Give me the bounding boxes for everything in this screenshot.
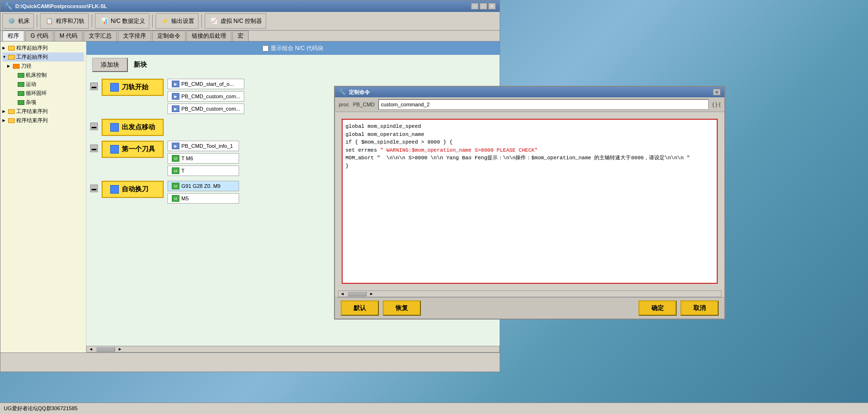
toolbar-virtual[interactable]: 📈 虚拟 N/C 控制器 [205,13,266,29]
dialog-title-bar: 🔧 定制命令 ✕ [335,87,724,97]
toolbar-sep-2 [92,14,92,28]
scroll-thumb[interactable] [96,347,115,352]
output-icon: ⚡ [160,16,169,26]
tree-arrow-program-start: ▶ [2,46,7,50]
toolbar-machine[interactable]: ⚙️ 机床 [2,13,34,29]
sidebar-item-program-start[interactable]: ▶ 程序起始序列 [2,43,84,52]
add-block-btn[interactable]: 添加块 [92,58,128,72]
sidebar-item-op-start[interactable]: ▼ 工序起始序列 [2,52,84,62]
section-toggle-auto-change[interactable]: ▬ [90,185,98,192]
code-line-1: global mom_spindle_speed [345,123,714,131]
dialog-restore-btn[interactable]: 恢复 [383,300,421,316]
dialog-confirm-btn[interactable]: 确定 [638,300,677,316]
cmd-btn-0-2[interactable]: ▶ PB_CMD_custom_com... [167,104,244,114]
dialog-scroll-left[interactable]: ◄ [338,291,346,296]
cmd-icon-2-1: M [172,155,179,162]
cmd-btn-0-1[interactable]: ▶ PB_CMD_custom_com... [167,91,244,102]
proc-name-input[interactable] [378,99,709,110]
tab-text-sort[interactable]: 文字排序 [118,31,151,41]
cmd-btn-2-0[interactable]: ▶ PB_CMD_Tool_info_1 [167,141,239,151]
tab-macro[interactable]: 宏 [232,31,249,41]
proc-label: proc [339,102,349,107]
commands-first-tool: ▶ PB_CMD_Tool_info_1 M T M6 M T [167,141,239,176]
virtual-icon: 📈 [209,16,219,26]
sidebar-item-motion[interactable]: 运动 [2,80,84,89]
tab-linked[interactable]: 链接的后处理 [187,31,231,41]
bottom-bar [0,352,500,372]
show-combined-label[interactable]: 显示组合 N/C 代码块 [262,44,324,52]
block-icon-auto-change [110,185,119,194]
toolbar: ⚙️ 机床 📋 程序和刀轨 📊 N/C 数据定义 ⚡ 输出设置 📈 虚拟 N/C… [0,12,500,31]
proc-cmd-label: PB_CMD [353,102,375,107]
block-first-tool[interactable]: 第一个刀具 [102,141,164,158]
scroll-left-arrow[interactable]: ◄ [87,347,95,352]
folder-icon-op-end [8,109,15,114]
tab-custom-cmd[interactable]: 定制命令 [152,31,186,41]
commands-tool-start: ▶ PB_CMD_start_of_o... ▶ PB_CMD_custom_c… [167,79,244,114]
sidebar-item-tool[interactable]: ▶ 刀径 [2,62,84,71]
dialog-bottom-bar: 默认 恢复 确定 取消 [335,297,724,319]
proc-brackets: { } { [712,102,721,107]
misc-icon [18,100,24,105]
cmd-btn-0-0[interactable]: ▶ PB_CMD_start_of_o... [167,79,244,89]
tab-gcode[interactable]: G 代码 [25,31,53,41]
scroll-right-arrow[interactable]: ► [116,347,124,352]
dialog-cancel-btn[interactable]: 取消 [680,300,719,316]
code-editor[interactable]: global mom_spindle_speed global mom_oper… [342,119,718,284]
sidebar-item-cycle-loop[interactable]: 循环固环 [2,89,84,98]
cmd-btn-3-0[interactable]: M G91 G28 Z0. M9 [167,181,239,191]
sidebar: ▶ 程序起始序列 ▼ 工序起始序列 ▶ 刀径 机床控制 [0,41,86,352]
dialog-close-btn[interactable]: ✕ [713,89,721,95]
sidebar-item-misc[interactable]: 杂项 [2,98,84,107]
cmd-btn-2-1[interactable]: M T M6 [167,153,239,164]
code-line-4: if { $mom_spindle_speed > 8000 } { [345,138,714,146]
minimize-btn[interactable]: ─ [471,3,479,10]
toolbar-nc-data[interactable]: 📊 N/C 数据定义 [95,13,149,29]
title-controls: ─ □ ✕ [471,3,496,10]
program-icon: 📋 [44,16,54,26]
cmd-btn-3-1[interactable]: M M5 [167,193,239,204]
dialog-scroll-thumb[interactable] [347,291,366,296]
sidebar-item-machine-ctrl[interactable]: 机床控制 [2,71,84,80]
code-line-2: global mom_operation_name [345,131,714,139]
tab-mcode[interactable]: M 代码 [54,31,83,41]
dialog-editor-container: global mom_spindle_speed global mom_oper… [338,115,722,288]
block-auto-change[interactable]: 自动换刀 [102,181,164,198]
block-tool-start[interactable]: 刀轨开始 [102,79,164,96]
folder-icon-program-start [8,46,15,51]
dialog-default-btn[interactable]: 默认 [341,300,379,316]
cmd-icon-0-2: ▶ [172,105,179,112]
cmd-icon-0-1: ▶ [172,93,179,100]
cmd-icon-3-1: M [172,195,179,202]
machine-icon: ⚙️ [7,16,16,26]
code-line-7: } [345,162,714,170]
tree-arrow-program-end: ▶ [2,118,7,123]
status-text: UG爱好者论坛QQ群306721585 [4,405,78,412]
close-btn[interactable]: ✕ [488,3,496,10]
tool-icon [13,64,20,69]
dialog-scroll-right[interactable]: ► [367,291,376,296]
section-toggle-first-tool[interactable]: ▬ [90,145,98,152]
section-toggle-tool-start[interactable]: ▬ [90,83,98,90]
section-toggle-goto[interactable]: ▬ [90,123,98,130]
toolbar-output[interactable]: ⚡ 输出设置 [156,13,199,29]
sidebar-item-program-end[interactable]: ▶ 程序结束序列 [2,116,84,125]
toolbar-sep-4 [201,14,202,28]
toolbar-program[interactable]: 📋 程序和刀轨 [40,13,89,29]
tab-program[interactable]: 程序 [2,31,24,41]
title-bar: 🔧 D:\QuickCAM\Postprocessor\FLK-SL ─ □ ✕ [0,0,500,12]
maximize-btn[interactable]: □ [480,3,487,10]
right-top-bar: 显示组合 N/C 代码块 [86,41,500,55]
code-line-6: MOM_abort " \n\n\n S>8000 \n\n Yang Bao … [345,154,714,162]
tab-text-summary[interactable]: 文字汇总 [84,31,117,41]
sidebar-item-op-end[interactable]: ▶ 工序结束序列 [2,107,84,116]
dialog-h-scroll[interactable]: ◄ ► [338,290,722,297]
app-title: D:\QuickCAM\Postprocessor\FLK-SL [15,3,107,9]
cmd-btn-2-2[interactable]: M T [167,166,239,176]
new-block-label: 新块 [134,61,147,69]
block-goto-point[interactable]: 出发点移动 [102,119,164,136]
h-scroll-bar[interactable]: ◄ ► [86,346,500,352]
commands-auto-change: M G91 G28 Z0. M9 M M5 [167,181,239,204]
block-icon-first-tool [110,145,119,154]
show-combined-checkbox[interactable] [262,45,269,52]
